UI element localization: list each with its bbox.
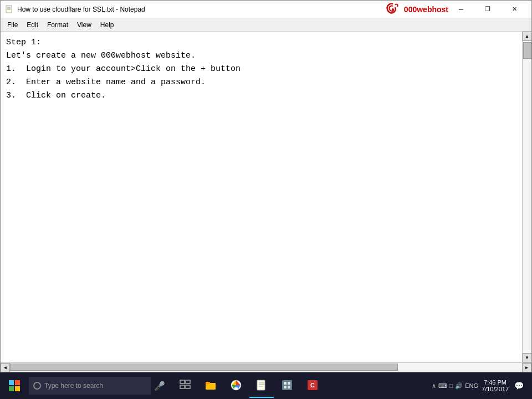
menu-format[interactable]: Format xyxy=(43,20,73,30)
logo-text: 000webhost xyxy=(404,5,448,14)
content-area: Step 1: Let's create a new 000webhost we… xyxy=(1,32,531,362)
menu-help[interactable]: Help xyxy=(96,20,119,30)
svg-rect-10 xyxy=(206,382,210,384)
taskbar-notepad[interactable] xyxy=(249,374,274,398)
start-button[interactable] xyxy=(2,374,27,398)
svg-rect-7 xyxy=(180,385,185,388)
notification-icon: 💬 xyxy=(514,381,524,390)
taskbar-search[interactable]: Type here to search xyxy=(29,377,151,395)
menu-bar: File Edit Format View Help xyxy=(1,18,531,32)
svg-text:C: C xyxy=(310,382,315,388)
close-button[interactable]: ✕ xyxy=(502,1,527,18)
menu-file[interactable]: File xyxy=(3,20,22,30)
taskbar-file-explorer[interactable] xyxy=(198,374,223,398)
notepad-taskbar-icon xyxy=(255,378,268,392)
scroll-thumb-h[interactable] xyxy=(10,364,398,371)
keyboard-icon[interactable]: ⌨ xyxy=(438,382,447,390)
title-bar: How to use cloudflare for SSL.txt - Note… xyxy=(1,1,531,18)
minimize-button[interactable]: ─ xyxy=(448,1,474,18)
menu-view[interactable]: View xyxy=(73,20,96,30)
vertical-scrollbar[interactable]: ▲ ▼ xyxy=(522,32,531,362)
window-title: How to use cloudflare for SSL.txt - Note… xyxy=(17,6,448,13)
taskbar-right: ∧ ⌨ □ 🔊 ENG 7:46 PM 7/10/2017 💬 xyxy=(432,379,530,392)
taskbar-apps: C xyxy=(173,374,325,398)
svg-rect-17 xyxy=(282,380,292,390)
taskbar-app6[interactable]: C xyxy=(300,374,325,398)
svg-rect-6 xyxy=(186,380,190,383)
volume-icon[interactable]: 🔊 xyxy=(455,382,463,390)
notepad-icon xyxy=(5,5,14,14)
chrome-icon xyxy=(229,378,243,392)
svg-rect-21 xyxy=(288,386,290,388)
logo-area: 000webhost xyxy=(385,1,448,18)
svg-rect-5 xyxy=(180,380,185,383)
title-controls: ─ ❐ ✕ xyxy=(448,1,527,18)
menu-edit[interactable]: Edit xyxy=(22,20,43,30)
clock-time: 7:46 PM xyxy=(484,379,507,386)
clock-date: 7/10/2017 xyxy=(482,386,509,392)
scroll-up-button[interactable]: ▲ xyxy=(523,32,532,41)
app6-icon: C xyxy=(306,378,319,392)
language-label[interactable]: ENG xyxy=(465,382,478,389)
system-tray: ∧ ⌨ □ 🔊 ENG xyxy=(432,382,479,390)
svg-rect-8 xyxy=(186,385,190,388)
scroll-track-h[interactable] xyxy=(10,363,522,372)
microphone-button[interactable]: 🎤 xyxy=(151,377,168,395)
file-explorer-icon xyxy=(204,378,217,392)
text-editor[interactable]: Step 1: Let's create a new 000webhost we… xyxy=(1,32,522,362)
task-view-icon xyxy=(178,378,192,392)
taskbar-task-view[interactable] xyxy=(173,374,197,398)
svg-rect-19 xyxy=(288,382,290,385)
svg-rect-13 xyxy=(257,380,265,390)
svg-rect-20 xyxy=(284,386,287,388)
scroll-down-button[interactable]: ▼ xyxy=(523,353,532,362)
scroll-right-button[interactable]: ► xyxy=(522,363,531,372)
clock[interactable]: 7:46 PM 7/10/2017 xyxy=(482,379,509,392)
svg-rect-18 xyxy=(284,382,287,385)
search-placeholder-text: Type here to search xyxy=(44,382,103,390)
chevron-up-icon[interactable]: ∧ xyxy=(432,382,436,390)
scroll-left-button[interactable]: ◄ xyxy=(1,363,10,372)
taskbar-chrome[interactable] xyxy=(224,374,248,398)
taskbar-app5[interactable] xyxy=(275,374,299,398)
scroll-track-v[interactable] xyxy=(523,41,531,353)
windows-logo-icon xyxy=(9,380,20,391)
notification-button[interactable]: 💬 xyxy=(512,379,525,392)
app5-icon xyxy=(280,378,294,392)
notepad-window: How to use cloudflare for SSL.txt - Note… xyxy=(0,0,532,372)
horizontal-scrollbar[interactable]: ◄ ► xyxy=(1,362,531,372)
search-icon xyxy=(33,382,41,390)
taskbar-view-icon[interactable]: □ xyxy=(449,382,453,389)
restore-button[interactable]: ❐ xyxy=(475,1,500,18)
svg-point-4 xyxy=(392,8,394,11)
scroll-thumb-v[interactable] xyxy=(523,42,531,59)
taskbar: Type here to search 🎤 xyxy=(0,372,532,399)
microphone-icon: 🎤 xyxy=(154,381,165,391)
